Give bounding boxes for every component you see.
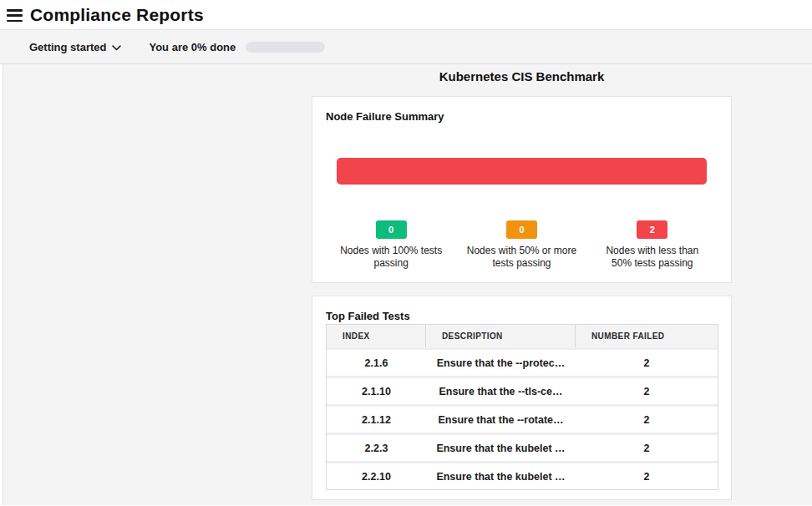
progress-text: You are 0% done	[149, 41, 236, 53]
table-row: 2.1.10 Ensure that the --tls-ce… 2	[327, 378, 718, 404]
stat-nodes-less-50-passing: 2 Nodes with less than 50% tests passing	[587, 220, 718, 270]
cell-description: Ensure that the --rotate…	[426, 407, 576, 433]
benchmark-title: Kubernetes CIS Benchmark	[312, 64, 732, 83]
node-failure-summary-title: Node Failure Summary	[326, 110, 718, 123]
stat-label: Nodes with 100% tests passing	[336, 245, 446, 270]
node-failure-summary-card: Node Failure Summary 0 Nodes with 100% t…	[312, 96, 732, 283]
getting-started-bar: Getting started You are 0% done	[0, 29, 812, 64]
table-row: 2.1.6 Ensure that the --protec… 2	[327, 350, 718, 376]
app-header: Compliance Reports	[0, 0, 812, 29]
cell-description: Ensure that the --tls-ce…	[426, 378, 576, 404]
cell-index: 2.2.3	[327, 435, 426, 461]
cell-index: 2.2.10	[327, 463, 426, 489]
cell-index: 2.1.6	[327, 350, 426, 376]
main-content: Kubernetes CIS Benchmark Node Failure Su…	[0, 64, 812, 505]
table-header-row: INDEX DESCRIPTION NUMBER FAILED	[327, 325, 718, 347]
node-failure-stats: 0 Nodes with 100% tests passing 0 Nodes …	[326, 220, 718, 270]
table-row: 2.2.10 Ensure that the kubelet … 2	[327, 463, 718, 489]
cell-index: 2.1.12	[327, 407, 426, 433]
stat-badge-green: 0	[376, 220, 407, 239]
cell-index: 2.1.10	[327, 378, 426, 404]
stat-badge-red: 2	[637, 220, 667, 239]
top-failed-tests-card: Top Failed Tests INDEX DESCRIPTION NUMBE…	[312, 296, 732, 500]
cell-description: Ensure that the kubelet …	[426, 435, 576, 461]
stat-nodes-50-or-more-passing: 0 Nodes with 50% or more tests passing	[456, 220, 586, 270]
cell-number-failed: 2	[576, 407, 718, 433]
cell-number-failed: 2	[576, 378, 718, 404]
column-header-description: DESCRIPTION	[426, 325, 576, 347]
node-failure-bar	[337, 158, 707, 185]
column-header-number-failed: NUMBER FAILED	[576, 325, 718, 347]
cell-number-failed: 2	[576, 435, 718, 461]
cell-description: Ensure that the kubelet …	[426, 463, 576, 489]
cell-description: Ensure that the --protec…	[426, 350, 576, 376]
page-title: Compliance Reports	[30, 5, 204, 25]
getting-started-dropdown[interactable]: Getting started	[29, 41, 121, 53]
stat-label: Nodes with 50% or more tests passing	[466, 245, 576, 270]
column-header-index: INDEX	[327, 325, 426, 347]
top-failed-tests-title: Top Failed Tests	[326, 310, 718, 322]
stat-label: Nodes with less than 50% tests passing	[597, 245, 708, 270]
cell-number-failed: 2	[576, 463, 718, 489]
chevron-down-icon	[112, 45, 121, 51]
top-failed-tests-table: INDEX DESCRIPTION NUMBER FAILED 2.1.6 En…	[326, 324, 718, 490]
table-row: 2.2.3 Ensure that the kubelet … 2	[327, 435, 718, 461]
progress-bar	[246, 42, 325, 53]
getting-started-label: Getting started	[29, 41, 106, 53]
hamburger-menu-icon[interactable]	[7, 9, 23, 22]
cell-number-failed: 2	[576, 350, 718, 376]
left-gutter	[0, 64, 3, 505]
stat-badge-orange: 0	[506, 220, 537, 239]
table-row: 2.1.12 Ensure that the --rotate… 2	[327, 407, 718, 433]
stat-nodes-100-passing: 0 Nodes with 100% tests passing	[326, 220, 456, 270]
